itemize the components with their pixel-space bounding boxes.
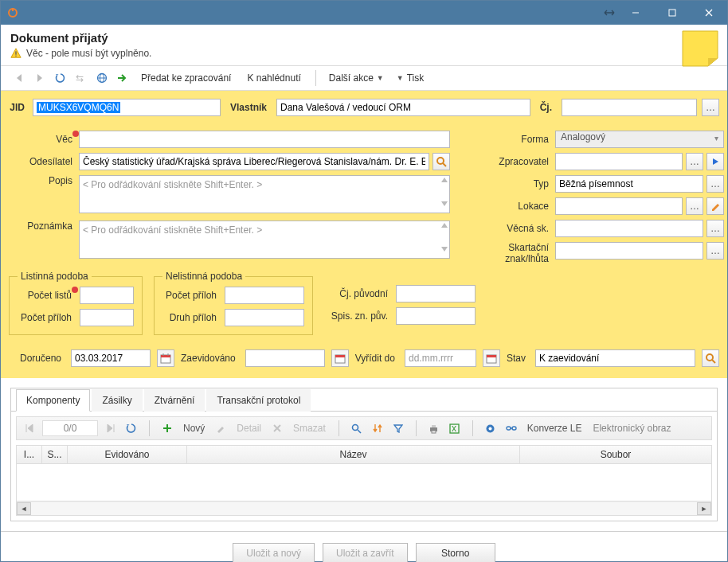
storno-button[interactable]: Storno (416, 543, 495, 562)
col-soubor[interactable]: Soubor (520, 446, 711, 463)
cj-puvodni-field[interactable] (396, 285, 476, 302)
zaevidovano-calendar-button[interactable] (331, 349, 349, 367)
vecna-browse-button[interactable]: … (706, 220, 724, 237)
tab-zasilky[interactable]: Zásilky (92, 389, 142, 412)
lokace-field[interactable] (555, 197, 683, 215)
lokace-edit-button[interactable] (706, 197, 724, 215)
vyridit-field[interactable] (405, 349, 476, 367)
attach-button[interactable] (483, 420, 499, 436)
export-button[interactable]: x (447, 420, 463, 436)
skart-field[interactable] (555, 242, 703, 260)
minimize-button[interactable] (617, 1, 654, 25)
zaevidovano-field[interactable] (245, 349, 325, 367)
save-new-button[interactable]: Uložit a nový (233, 543, 315, 562)
chevron-down-icon: ▼ (397, 74, 404, 82)
tab-komponenty[interactable]: Komponenty (16, 389, 90, 412)
lokace-browse-button[interactable]: … (686, 197, 703, 215)
save-close-button[interactable]: Uložit a zavřít (323, 543, 408, 562)
druh-priloh-field[interactable] (225, 309, 304, 326)
add-icon[interactable] (159, 420, 175, 436)
forma-select[interactable]: Analogový (555, 131, 724, 148)
vec-field[interactable] (79, 131, 450, 148)
col-nazev[interactable]: Název (187, 446, 520, 463)
konverze-button[interactable]: Konverze LE (524, 423, 585, 434)
maximize-button[interactable] (654, 1, 691, 25)
refresh-button[interactable] (52, 69, 69, 87)
close-button[interactable] (691, 1, 727, 25)
globe-button[interactable] (93, 69, 111, 87)
novy-button[interactable]: Nový (180, 423, 208, 434)
zpracovatel-play-button[interactable] (706, 153, 724, 170)
skart-browse-button[interactable]: … (706, 242, 724, 260)
zpracovatel-field[interactable] (555, 153, 683, 170)
scroll-right-arrow[interactable]: ► (697, 502, 711, 515)
nav-forward-button[interactable] (31, 69, 49, 87)
elektronicky-obraz-label[interactable]: Elektronický obraz (589, 423, 674, 434)
vlastnik-field[interactable] (276, 99, 530, 116)
poznamka-textarea[interactable] (79, 221, 450, 259)
svg-point-22 (706, 354, 713, 361)
app-icon (1, 1, 25, 25)
sort-button[interactable] (370, 420, 386, 436)
col-evidovano[interactable]: Evidováno (68, 446, 187, 463)
svg-rect-3 (669, 10, 675, 16)
typ-browse-button[interactable]: … (706, 175, 724, 193)
forward-action-icon[interactable] (114, 69, 131, 87)
print-button[interactable] (426, 420, 442, 436)
dalsi-akce-dropdown[interactable]: Další akce▼ (324, 72, 389, 84)
np-pocet-priloh-field[interactable] (225, 287, 304, 304)
svg-text:⇆: ⇆ (76, 72, 84, 84)
pocet-listu-field[interactable] (80, 287, 134, 304)
stav-search-button[interactable] (702, 349, 719, 367)
popis-textarea[interactable] (79, 175, 450, 213)
filter-button[interactable] (390, 420, 406, 436)
separator (149, 420, 150, 436)
search-sub-button[interactable] (349, 420, 365, 436)
doruceno-calendar-button[interactable] (157, 349, 174, 367)
pocet-priloh-field[interactable] (80, 309, 134, 326)
odesilatel-search-button[interactable] (432, 153, 450, 170)
printer-icon (429, 423, 439, 434)
calendar-icon (486, 353, 497, 364)
col-s[interactable]: S... (42, 446, 68, 463)
doruceno-field[interactable] (71, 349, 151, 367)
horizontal-scrollbar[interactable]: ◄ ► (17, 501, 711, 515)
vecna-field[interactable] (555, 220, 703, 237)
spinner-icons (441, 178, 448, 206)
scroll-left-arrow[interactable]: ◄ (17, 502, 31, 515)
table-body[interactable] (17, 464, 711, 501)
scroll-track[interactable] (31, 502, 697, 515)
col-i[interactable]: I... (17, 446, 42, 463)
svg-rect-7 (15, 56, 16, 57)
spinner-icons (441, 223, 448, 252)
nav-first-button[interactable] (22, 420, 37, 436)
lokace-label: Lokace (472, 201, 552, 212)
nav-last-button[interactable] (103, 420, 119, 436)
druh-priloh-label: Druh příloh (162, 312, 220, 323)
nav-back-button[interactable] (10, 69, 28, 87)
smazat-button: Smazat (290, 423, 329, 434)
tisk-dropdown[interactable]: ▼Tisk (392, 72, 429, 84)
link-button[interactable]: ⇆ (72, 69, 90, 87)
jid-field[interactable]: MUKSX6VQMQ6N (33, 99, 221, 116)
drag-handle-icon[interactable] (601, 9, 617, 17)
cj-browse-button[interactable]: … (702, 99, 719, 116)
stav-field[interactable] (535, 349, 695, 367)
vyridit-calendar-button[interactable] (483, 349, 500, 367)
nahled-button[interactable]: K nahlédnutí (241, 72, 307, 84)
link-icon[interactable] (503, 420, 519, 436)
odesilatel-label: Odesílatel (9, 156, 76, 167)
spis-zn-field[interactable] (396, 307, 476, 325)
refresh-sub-button[interactable] (123, 420, 139, 436)
predat-button[interactable]: Předat ke zpracování (135, 72, 237, 84)
separator (339, 420, 339, 436)
tab-ztvarneni[interactable]: Ztvárnění (144, 389, 205, 412)
svg-rect-32 (432, 431, 436, 433)
odesilatel-field[interactable] (79, 153, 429, 170)
typ-field[interactable] (555, 175, 703, 193)
tab-transakcni-protokol[interactable]: Transakční protokol (206, 389, 311, 412)
svg-point-28 (353, 424, 358, 430)
cj-field[interactable] (562, 99, 697, 116)
sticky-note-icon[interactable] (681, 29, 719, 68)
zpracovatel-browse-button[interactable]: … (686, 153, 703, 170)
